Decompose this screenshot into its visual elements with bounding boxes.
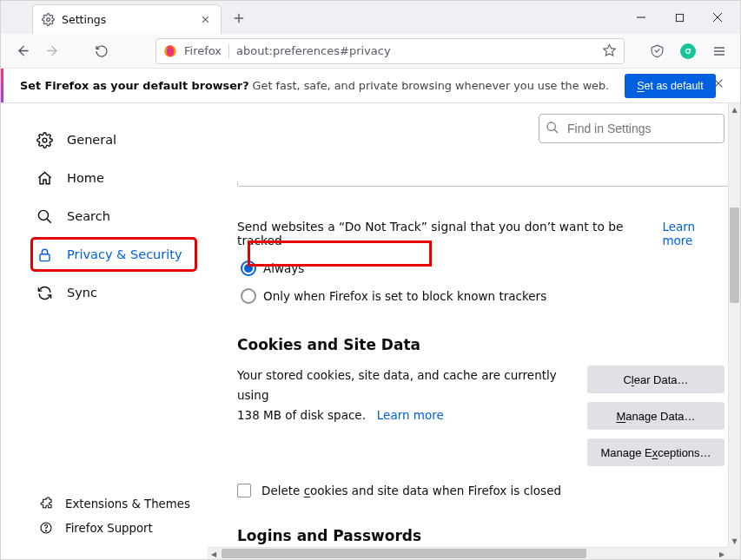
sidebar-item-label: Search	[67, 209, 110, 223]
separator	[228, 44, 229, 58]
sidebar-extensions-link[interactable]: Extensions & Themes	[39, 497, 195, 511]
radio-icon	[241, 288, 256, 304]
find-in-settings-wrap	[539, 114, 724, 143]
window-controls	[622, 1, 737, 34]
back-button[interactable]	[10, 39, 34, 63]
banner-close-button[interactable]	[712, 77, 724, 89]
svg-point-8	[45, 530, 46, 531]
gear-icon	[36, 132, 53, 148]
extension-grammarly-button[interactable]	[676, 39, 700, 63]
svg-point-9	[547, 122, 555, 130]
cookies-learn-more-link[interactable]: Learn more	[377, 408, 444, 422]
url-text: about:preferences#privacy	[236, 44, 391, 57]
bookmark-star-icon[interactable]	[602, 43, 617, 58]
svg-point-5	[38, 210, 48, 220]
dnt-learn-more-link[interactable]: Learn more	[662, 220, 724, 247]
search-icon	[546, 121, 559, 135]
scroll-corner	[728, 547, 740, 559]
window-minimize-button[interactable]	[622, 4, 660, 30]
browser-toolbar: Firefox about:preferences#privacy	[1, 34, 740, 69]
identity-label: Firefox	[184, 44, 222, 57]
set-as-default-button[interactable]: Set as default	[625, 74, 715, 98]
cookies-description: Your stored cookies, site data, and cach…	[237, 366, 587, 466]
scroll-left-button[interactable]: ◀	[208, 548, 220, 560]
forward-button[interactable]	[41, 39, 65, 63]
sidebar-item-privacy[interactable]: Privacy & Security	[32, 239, 195, 270]
home-icon	[36, 170, 53, 187]
section-title: Logins and Passwords	[237, 527, 724, 544]
scroll-right-button[interactable]: ▶	[716, 548, 728, 560]
browser-tab-settings[interactable]: Settings	[32, 4, 222, 34]
link-label: Firefox Support	[65, 522, 153, 535]
manage-data-button[interactable]: Manage Data…	[587, 402, 724, 430]
radio-icon	[241, 260, 256, 276]
grammarly-icon	[680, 43, 696, 59]
default-browser-banner: Set Firefox as your default browser? Get…	[1, 69, 740, 103]
url-bar[interactable]: Firefox about:preferences#privacy	[155, 38, 625, 64]
section-title: Cookies and Site Data	[237, 336, 724, 353]
scroll-up-button[interactable]: ▲	[729, 103, 740, 115]
checkbox-label: Delete cookies and site data when Firefo…	[261, 484, 561, 497]
gear-icon	[42, 13, 55, 26]
sidebar-item-sync[interactable]: Sync	[32, 277, 195, 308]
sidebar-item-general[interactable]: General	[32, 124, 195, 155]
search-icon	[36, 208, 53, 225]
help-icon	[39, 521, 53, 535]
option-label: Only when Firefox is set to block known …	[263, 289, 546, 303]
sidebar-item-home[interactable]: Home	[32, 162, 195, 194]
window-maximize-button[interactable]	[660, 4, 698, 30]
preferences-content: General Home Search Privacy & Security S…	[1, 103, 740, 559]
banner-message: Get fast, safe, and private browsing whe…	[253, 79, 610, 92]
delete-on-close-checkbox-row[interactable]: Delete cookies and site data when Firefo…	[237, 484, 724, 497]
svg-rect-6	[39, 254, 49, 260]
clear-data-button[interactable]: Clear Data…	[587, 366, 724, 393]
do-not-track-section: Send websites a “Do Not Track” signal th…	[237, 220, 724, 310]
banner-heading: Set Firefox as your default browser?	[20, 79, 249, 92]
settings-main-pane: Send websites a “Do Not Track” signal th…	[208, 103, 740, 559]
tab-strip: Settings	[1, 1, 740, 34]
scroll-down-button[interactable]: ▼	[729, 535, 740, 547]
scroll-thumb[interactable]	[222, 549, 586, 558]
sync-icon	[36, 285, 53, 301]
cookies-section: Cookies and Site Data Your stored cookie…	[237, 336, 724, 497]
scroll-thumb[interactable]	[730, 208, 739, 303]
sidebar-item-label: Home	[67, 171, 104, 185]
horizontal-scrollbar[interactable]: ◀ ▶	[208, 547, 728, 559]
close-tab-icon[interactable]	[198, 13, 212, 27]
reload-button[interactable]	[89, 39, 114, 63]
pocket-button[interactable]	[645, 39, 669, 63]
lock-icon	[36, 247, 53, 263]
option-label: Always	[263, 261, 304, 275]
sidebar-item-label: Sync	[67, 286, 97, 300]
new-tab-button[interactable]	[230, 10, 248, 27]
link-label: Extensions & Themes	[65, 497, 190, 511]
category-sidebar: General Home Search Privacy & Security S…	[1, 103, 208, 559]
window-close-button[interactable]	[698, 4, 737, 30]
dnt-description: Send websites a “Do Not Track” signal th…	[237, 220, 641, 247]
vertical-scrollbar[interactable]: ▲ ▼	[728, 103, 740, 547]
sidebar-item-search[interactable]: Search	[32, 201, 195, 232]
previous-section-bottom-edge	[237, 181, 731, 187]
app-menu-button[interactable]	[707, 39, 731, 63]
tab-title: Settings	[62, 13, 106, 26]
firefox-logo-icon	[163, 44, 177, 58]
sidebar-support-link[interactable]: Firefox Support	[39, 521, 195, 535]
dnt-option-always[interactable]: Always	[237, 254, 724, 282]
sidebar-item-label: General	[67, 133, 116, 147]
svg-rect-1	[676, 14, 683, 21]
checkbox-icon	[237, 484, 251, 497]
svg-point-0	[47, 18, 50, 22]
find-in-settings-input[interactable]	[539, 114, 724, 143]
svg-point-4	[43, 138, 47, 142]
puzzle-icon	[39, 497, 53, 511]
manage-exceptions-button[interactable]: Manage Exceptions…	[587, 438, 724, 466]
sidebar-item-label: Privacy & Security	[67, 247, 182, 261]
dnt-option-only-blocking[interactable]: Only when Firefox is set to block known …	[237, 282, 724, 310]
